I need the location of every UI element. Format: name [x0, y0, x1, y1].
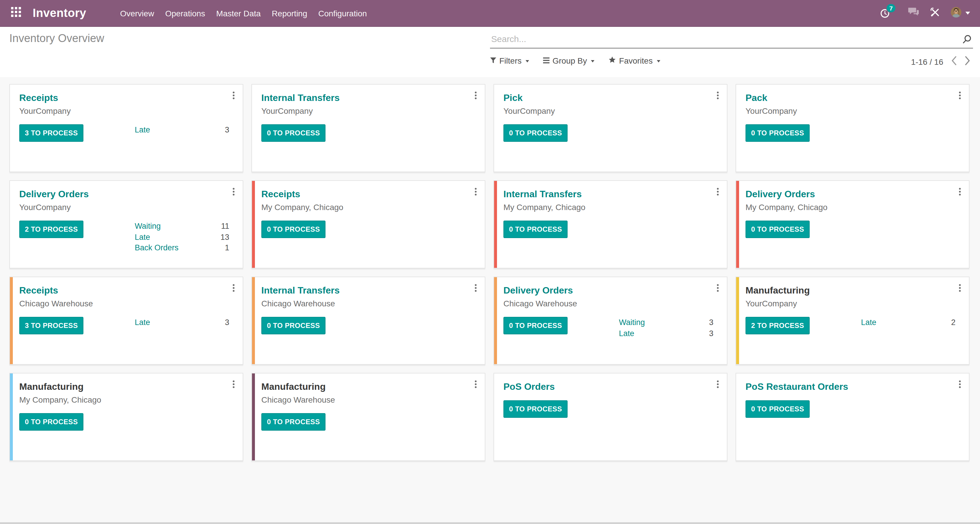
- control-panel: Inventory Overview Filters: [0, 27, 980, 77]
- main-menu: OverviewOperationsMaster DataReportingCo…: [120, 8, 367, 18]
- filters-dropdown[interactable]: Filters: [490, 56, 529, 65]
- card-subtitle: Chicago Warehouse: [261, 394, 476, 406]
- stat-label[interactable]: Late: [135, 232, 150, 243]
- card-title[interactable]: Manufacturing: [746, 284, 810, 296]
- nav-menu-operations[interactable]: Operations: [165, 8, 205, 18]
- kanban-card: Internal TransfersMy Company, Chicago0 T…: [493, 180, 727, 268]
- card-options-kebab-button[interactable]: [956, 187, 964, 197]
- nav-menu-reporting[interactable]: Reporting: [272, 8, 307, 18]
- caret-down-icon: [591, 60, 595, 62]
- card-options-kebab-button[interactable]: [472, 91, 479, 100]
- card-subtitle: YourCompany: [19, 105, 233, 117]
- card-title[interactable]: Internal Transfers: [503, 188, 582, 200]
- to-process-button[interactable]: 0 TO PROCESS: [261, 413, 326, 431]
- to-process-button[interactable]: 0 TO PROCESS: [261, 124, 326, 142]
- card-options-kebab-button[interactable]: [230, 91, 237, 100]
- card-options-kebab-button[interactable]: [714, 91, 722, 100]
- stat-label[interactable]: Back Orders: [135, 243, 178, 253]
- search-icon[interactable]: [963, 34, 972, 46]
- to-process-button[interactable]: 0 TO PROCESS: [746, 124, 810, 142]
- card-title[interactable]: PoS Orders: [503, 381, 555, 393]
- kanban-card: Delivery OrdersChicago Warehouse0 TO PRO…: [493, 277, 727, 365]
- card-title[interactable]: Receipts: [19, 92, 58, 104]
- to-process-button[interactable]: 2 TO PROCESS: [746, 317, 810, 334]
- card-title[interactable]: Manufacturing: [261, 381, 326, 393]
- to-process-button[interactable]: 0 TO PROCESS: [19, 413, 83, 431]
- kanban-card: PoS Orders0 TO PROCESS: [493, 373, 727, 461]
- to-process-button[interactable]: 0 TO PROCESS: [503, 124, 568, 142]
- card-options-kebab-button[interactable]: [956, 379, 964, 389]
- group-by-dropdown[interactable]: Group By: [543, 56, 594, 65]
- nav-menu-configuration[interactable]: Configuration: [318, 8, 367, 18]
- card-title[interactable]: Delivery Orders: [746, 188, 815, 200]
- to-process-button[interactable]: 0 TO PROCESS: [746, 221, 810, 238]
- kanban-card: Delivery OrdersYourCompany2 TO PROCESSWa…: [10, 180, 243, 268]
- to-process-button[interactable]: 2 TO PROCESS: [19, 221, 83, 238]
- card-title[interactable]: PoS Restaurant Orders: [746, 381, 848, 393]
- card-options-kebab-button[interactable]: [230, 379, 237, 389]
- to-process-button[interactable]: 0 TO PROCESS: [261, 317, 326, 334]
- user-menu[interactable]: [951, 7, 970, 19]
- card-options-kebab-button[interactable]: [714, 187, 722, 197]
- card-options-kebab-button[interactable]: [230, 187, 237, 197]
- to-process-button[interactable]: 0 TO PROCESS: [261, 221, 326, 238]
- stat-label[interactable]: Late: [135, 125, 150, 136]
- card-title[interactable]: Receipts: [261, 188, 300, 200]
- stat-value: 13: [221, 232, 229, 243]
- messages-button[interactable]: [908, 7, 920, 19]
- card-options-kebab-button[interactable]: [472, 187, 479, 197]
- card-options-kebab-button[interactable]: [472, 283, 479, 293]
- stat-row: Late2: [861, 317, 956, 328]
- to-process-button[interactable]: 0 TO PROCESS: [503, 317, 568, 334]
- stat-label[interactable]: Late: [619, 328, 635, 339]
- to-process-button[interactable]: 3 TO PROCESS: [19, 317, 83, 334]
- stat-row: Late3: [619, 328, 713, 339]
- card-title[interactable]: Manufacturing: [19, 381, 83, 393]
- stat-label[interactable]: Late: [135, 317, 150, 328]
- card-title[interactable]: Pick: [503, 92, 523, 104]
- star-icon: [609, 56, 616, 65]
- card-title[interactable]: Internal Transfers: [261, 92, 340, 104]
- apps-menu-button[interactable]: [8, 6, 23, 21]
- debug-tools-button[interactable]: [931, 7, 940, 19]
- activity-count-badge: 7: [886, 3, 896, 13]
- chevron-right-icon: [965, 56, 970, 67]
- app-title[interactable]: Inventory: [33, 6, 86, 20]
- stat-label[interactable]: Waiting: [135, 221, 161, 232]
- card-stats: Late2: [861, 317, 956, 328]
- pager-previous-button[interactable]: [951, 56, 957, 67]
- card-options-kebab-button[interactable]: [230, 283, 237, 293]
- to-process-button[interactable]: 0 TO PROCESS: [503, 400, 568, 418]
- favorites-dropdown[interactable]: Favorites: [609, 56, 660, 65]
- search-input[interactable]: [490, 29, 973, 48]
- card-title[interactable]: Delivery Orders: [19, 188, 89, 200]
- card-title[interactable]: Delivery Orders: [503, 284, 573, 296]
- kanban-card: Internal TransfersYourCompany0 TO PROCES…: [251, 84, 485, 172]
- card-ribbon-blue: [10, 373, 13, 460]
- card-title[interactable]: Internal Transfers: [261, 284, 340, 296]
- to-process-button[interactable]: 0 TO PROCESS: [746, 400, 810, 418]
- kanban-card: ManufacturingYourCompany2 TO PROCESSLate…: [736, 277, 969, 365]
- nav-menu-overview[interactable]: Overview: [120, 8, 154, 18]
- card-subtitle: YourCompany: [19, 201, 233, 213]
- caret-down-icon: [526, 60, 529, 62]
- nav-menu-master-data[interactable]: Master Data: [216, 8, 261, 18]
- pager: 1-16 / 16: [911, 56, 970, 67]
- stat-label[interactable]: Late: [861, 317, 877, 328]
- card-options-kebab-button[interactable]: [956, 283, 964, 293]
- card-title[interactable]: Receipts: [19, 284, 58, 296]
- card-options-kebab-button[interactable]: [956, 91, 964, 100]
- card-stats: Late3: [135, 317, 229, 328]
- to-process-button[interactable]: 0 TO PROCESS: [503, 221, 568, 238]
- card-title[interactable]: Pack: [746, 92, 767, 104]
- card-options-kebab-button[interactable]: [714, 379, 722, 389]
- navbar-right: 7: [880, 7, 980, 19]
- stat-label[interactable]: Waiting: [619, 317, 645, 328]
- to-process-button[interactable]: 3 TO PROCESS: [19, 124, 83, 142]
- card-options-kebab-button[interactable]: [714, 283, 722, 293]
- card-subtitle: YourCompany: [746, 105, 959, 117]
- pager-next-button[interactable]: [965, 56, 970, 67]
- activities-button[interactable]: 7: [880, 7, 897, 19]
- card-options-kebab-button[interactable]: [472, 379, 479, 389]
- filter-funnel-icon: [490, 56, 496, 65]
